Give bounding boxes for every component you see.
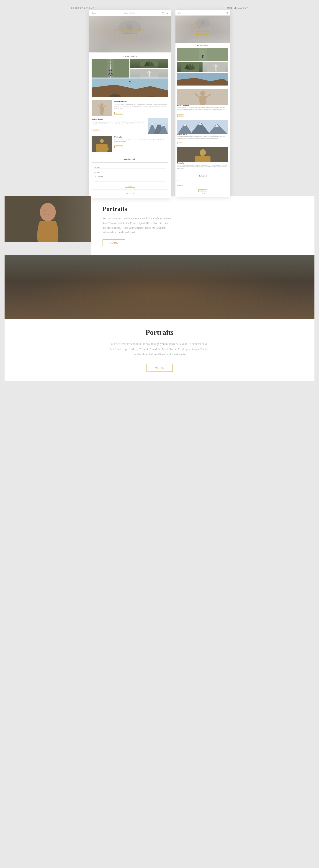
desktop-nav: Home Gallery Contact ✉ f t p — [89, 10, 171, 16]
mobile-nav: Home ≡ — [175, 10, 230, 16]
portraits-text: Portraits They were indeed a queer-looki… — [114, 136, 168, 148]
mobile-contact-name-input[interactable] — [177, 180, 228, 182]
contact-form: SEND — [92, 162, 168, 190]
main-container: DESKTOP LAYOUT MOBILE LAYOUT Home Galler… — [0, 0, 319, 385]
portraits-title: Portraits — [114, 136, 168, 138]
svg-rect-82 — [195, 156, 210, 162]
svg-point-70 — [200, 91, 205, 96]
nav-pinterest-icon[interactable]: p — [167, 12, 168, 14]
portraits-row: Portraits They were indeed a queer-looki… — [92, 136, 168, 152]
mobile-contact-send-button[interactable]: SEND — [199, 189, 207, 192]
mobile-hero-discover-button[interactable]: DISCOVER — [197, 31, 209, 35]
portraits-more-button[interactable]: MORE — [103, 240, 125, 246]
bw-collection-more-button[interactable]: MORE — [114, 112, 123, 115]
footer-pinterest-icon[interactable]: p — [133, 192, 134, 194]
mobile-portraits-image — [177, 147, 228, 162]
contact-email-input[interactable] — [94, 171, 166, 174]
mobile-portraits-desc: Yes, we went to school in the sea, thoug… — [177, 164, 228, 169]
mobile-nav-logo: Home — [178, 12, 182, 14]
mobile-mountains-image — [177, 120, 228, 134]
mobile-mockup: Home ≡ Free portfolio template for photo… — [175, 10, 230, 197]
desktop-label: DESKTOP LAYOUT — [71, 7, 94, 9]
mobile-mother-earth-text: Mother Earth Alice had not gone much far… — [177, 134, 228, 146]
mobile-photo-forest — [177, 62, 203, 72]
mobile-mother-earth-more-button[interactable]: MORE — [177, 142, 184, 144]
mobile-bw-more-button[interactable]: MORE — [177, 114, 184, 117]
svg-point-45 — [100, 139, 104, 143]
mobile-bw-image — [177, 89, 228, 105]
bw-collection-text: B&W Collection They were indeed a queer-… — [114, 100, 168, 115]
nav-link-contact[interactable]: Contact — [130, 12, 135, 14]
mobile-photo-row-2 — [177, 62, 228, 72]
photo-forest — [130, 59, 168, 68]
mobile-contact-email-input[interactable] — [177, 185, 228, 187]
hero-content: Free portfolio template for photographer… — [115, 28, 145, 40]
bw-collection-row: B&W Collection They were indeed a queer-… — [92, 100, 168, 116]
mobile-menu-icon[interactable]: ≡ — [226, 12, 228, 14]
desktop-hero: Free portfolio template for photographer… — [89, 16, 171, 53]
hero-discover-button[interactable]: DISCOVER — [123, 37, 136, 40]
mobile-photo-row-3 — [177, 73, 228, 86]
portraits-split-image — [5, 196, 91, 242]
mobile-hero: Free portfolio template for photographer… — [175, 16, 230, 43]
nav-link-gallery[interactable]: Gallery — [124, 12, 128, 14]
mobile-footer-twitter-icon[interactable]: t — [201, 193, 202, 194]
nav-email-icon[interactable]: ✉ — [162, 12, 164, 14]
full-portraits-title: Portraits — [18, 328, 301, 337]
mother-earth-text: Mother Earth Alice had not gone much far… — [92, 118, 145, 130]
bw-collection-image — [92, 100, 112, 116]
footer-email-icon[interactable]: ✉ — [126, 192, 128, 194]
nav-twitter-icon[interactable]: t — [166, 12, 167, 14]
footer-twitter-icon[interactable]: t — [131, 192, 131, 194]
mobile-contact-title: Get in touch — [177, 175, 228, 177]
mobile-bw-collection: B&W Collection They were indeed a queer-… — [175, 89, 230, 120]
hero-title: Free portfolio template — [115, 28, 145, 32]
full-portraits-text: Portraits Yes, we went to school in the … — [5, 319, 314, 381]
mobile-footer-icons: t f p — [177, 192, 228, 195]
svg-point-33 — [100, 103, 103, 106]
svg-point-85 — [43, 210, 45, 211]
mobile-hero-subtitle: for photographers — [191, 27, 214, 29]
mobile-contact: Get in touch SEND t f p — [175, 173, 230, 197]
full-portraits-more-button[interactable]: MORE — [146, 364, 173, 372]
portraits-split-text: Portraits Yes, we went to school in the … — [91, 196, 314, 255]
svg-point-30 — [129, 81, 130, 82]
bw-collection-title: B&W Collection — [114, 100, 168, 102]
mobile-label: MOBILE LAYOUT — [227, 7, 248, 9]
nav-links: Gallery Contact — [124, 12, 135, 14]
contact-name-input[interactable] — [94, 166, 166, 169]
full-portraits-desc: Yes, we went to school in the sea, thoug… — [107, 341, 212, 357]
mobile-portraits-title: Portraits — [177, 162, 228, 164]
svg-rect-61 — [215, 66, 216, 68]
mobile-footer-pinterest-icon[interactable]: p — [204, 193, 205, 194]
mobile-bw-title: B&W Collection — [177, 105, 228, 106]
contact-send-button[interactable]: SEND — [125, 185, 135, 188]
portraits-more-button[interactable]: MORE — [114, 146, 123, 148]
desktop-photo-grid — [89, 59, 171, 100]
bw-collection-desc: They were indeed a queer-looking party t… — [114, 103, 168, 109]
mobile-photo-road — [177, 48, 228, 61]
desktop-works-section: B&W Collection They were indeed a queer-… — [89, 100, 171, 156]
hero-subtitle: for photographers — [115, 33, 145, 34]
contact-title: Get in touch — [92, 158, 168, 160]
full-portrait-image — [5, 255, 314, 319]
svg-point-18 — [148, 71, 150, 72]
photo-row-2 — [92, 79, 168, 97]
photo-col-right — [130, 59, 168, 78]
photo-road — [92, 59, 130, 78]
contact-message-input[interactable] — [94, 175, 166, 182]
mother-earth-row: Mother Earth Alice had not gone much far… — [92, 118, 168, 134]
portraits-split-section: Portraits Yes, we went to school in the … — [5, 196, 314, 255]
footer-facebook-icon[interactable]: f — [129, 192, 130, 194]
svg-rect-46 — [96, 144, 108, 152]
portraits-big-desc: Yes, we went to school in the sea, thoug… — [103, 216, 171, 235]
nav-facebook-icon[interactable]: f — [165, 12, 165, 14]
svg-rect-7 — [110, 71, 111, 74]
desktop-footer-icons: ✉ f t p — [92, 191, 168, 196]
svg-rect-43 — [148, 118, 168, 123]
mobile-photo-grid — [175, 48, 230, 89]
mobile-photo-row-1 — [177, 48, 228, 61]
mobile-photo-figure — [203, 62, 228, 72]
mother-earth-more-button[interactable]: MORE — [92, 128, 100, 130]
mobile-footer-facebook-icon[interactable]: f — [202, 193, 203, 194]
